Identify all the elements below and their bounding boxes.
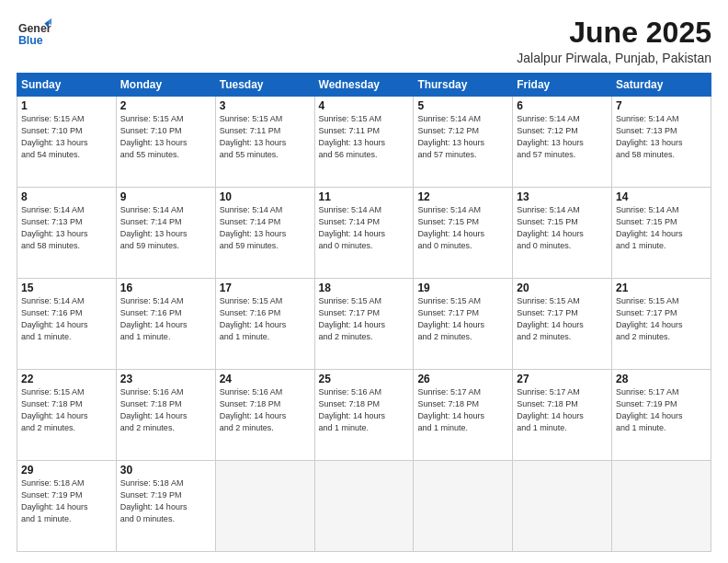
day-number: 11 [319, 190, 410, 203]
weekday-header-row: Sunday Monday Tuesday Wednesday Thursday… [17, 74, 711, 97]
day-number: 16 [120, 282, 211, 294]
calendar-week-row: 8Sunrise: 5:14 AM Sunset: 7:13 PM Daylig… [17, 188, 711, 279]
table-row: 26Sunrise: 5:17 AM Sunset: 7:18 PM Dayli… [414, 370, 513, 461]
day-number: 6 [517, 99, 608, 112]
day-number: 15 [21, 282, 112, 294]
table-row: 11Sunrise: 5:14 AM Sunset: 7:14 PM Dayli… [314, 188, 414, 279]
day-number: 9 [120, 190, 211, 203]
day-info: Sunrise: 5:16 AM Sunset: 7:18 PM Dayligh… [120, 386, 211, 434]
day-number: 1 [21, 99, 112, 112]
day-number: 10 [220, 190, 311, 203]
table-row [612, 461, 711, 552]
month-title: June 2025 [517, 17, 711, 49]
day-info: Sunrise: 5:15 AM Sunset: 7:10 PM Dayligh… [21, 113, 112, 161]
table-row: 9Sunrise: 5:14 AM Sunset: 7:14 PM Daylig… [116, 188, 215, 279]
table-row: 17Sunrise: 5:15 AM Sunset: 7:16 PM Dayli… [215, 279, 314, 370]
day-info: Sunrise: 5:15 AM Sunset: 7:18 PM Dayligh… [21, 386, 112, 434]
table-row: 8Sunrise: 5:14 AM Sunset: 7:13 PM Daylig… [17, 188, 117, 279]
day-info: Sunrise: 5:15 AM Sunset: 7:17 PM Dayligh… [616, 295, 707, 343]
day-info: Sunrise: 5:15 AM Sunset: 7:16 PM Dayligh… [220, 295, 311, 343]
table-row: 19Sunrise: 5:15 AM Sunset: 7:17 PM Dayli… [414, 279, 513, 370]
header-saturday: Saturday [612, 74, 711, 97]
location: Jalalpur Pirwala, Punjab, Pakistan [517, 51, 711, 65]
header-thursday: Thursday [414, 74, 513, 97]
header-tuesday: Tuesday [215, 74, 314, 97]
table-row: 29Sunrise: 5:18 AM Sunset: 7:19 PM Dayli… [17, 461, 117, 552]
table-row: 21Sunrise: 5:15 AM Sunset: 7:17 PM Dayli… [612, 279, 711, 370]
table-row [314, 461, 414, 552]
day-number: 14 [616, 190, 707, 203]
general-blue-logo-icon: General Blue [17, 17, 51, 52]
day-number: 23 [120, 373, 211, 385]
day-info: Sunrise: 5:17 AM Sunset: 7:19 PM Dayligh… [616, 386, 707, 434]
day-number: 28 [616, 373, 707, 385]
header-friday: Friday [513, 74, 612, 97]
day-number: 2 [120, 99, 211, 112]
day-info: Sunrise: 5:17 AM Sunset: 7:18 PM Dayligh… [517, 386, 608, 434]
day-number: 3 [220, 99, 311, 112]
table-row: 16Sunrise: 5:14 AM Sunset: 7:16 PM Dayli… [116, 279, 215, 370]
table-row: 13Sunrise: 5:14 AM Sunset: 7:15 PM Dayli… [513, 188, 612, 279]
day-number: 5 [417, 99, 508, 112]
day-info: Sunrise: 5:14 AM Sunset: 7:14 PM Dayligh… [120, 204, 211, 252]
day-number: 24 [220, 373, 311, 385]
day-info: Sunrise: 5:15 AM Sunset: 7:10 PM Dayligh… [120, 113, 211, 161]
day-number: 7 [616, 99, 707, 112]
day-info: Sunrise: 5:14 AM Sunset: 7:15 PM Dayligh… [417, 204, 508, 252]
table-row: 27Sunrise: 5:17 AM Sunset: 7:18 PM Dayli… [513, 370, 612, 461]
day-info: Sunrise: 5:16 AM Sunset: 7:18 PM Dayligh… [319, 386, 410, 434]
day-number: 22 [21, 373, 112, 385]
day-info: Sunrise: 5:14 AM Sunset: 7:12 PM Dayligh… [517, 113, 608, 161]
table-row: 1Sunrise: 5:15 AM Sunset: 7:10 PM Daylig… [17, 97, 117, 188]
day-number: 8 [21, 190, 112, 203]
day-info: Sunrise: 5:17 AM Sunset: 7:18 PM Dayligh… [417, 386, 508, 434]
day-info: Sunrise: 5:18 AM Sunset: 7:19 PM Dayligh… [21, 477, 112, 525]
calendar-week-row: 1Sunrise: 5:15 AM Sunset: 7:10 PM Daylig… [17, 97, 711, 188]
day-info: Sunrise: 5:18 AM Sunset: 7:19 PM Dayligh… [120, 477, 211, 525]
table-row: 7Sunrise: 5:14 AM Sunset: 7:13 PM Daylig… [612, 97, 711, 188]
day-number: 30 [120, 464, 211, 477]
logo: General Blue [17, 17, 51, 52]
header-monday: Monday [116, 74, 215, 97]
title-block: June 2025 Jalalpur Pirwala, Punjab, Paki… [517, 17, 711, 65]
table-row: 15Sunrise: 5:14 AM Sunset: 7:16 PM Dayli… [17, 279, 117, 370]
day-info: Sunrise: 5:15 AM Sunset: 7:11 PM Dayligh… [220, 113, 311, 161]
day-number: 20 [517, 282, 608, 294]
table-row: 4Sunrise: 5:15 AM Sunset: 7:11 PM Daylig… [314, 97, 414, 188]
day-info: Sunrise: 5:14 AM Sunset: 7:15 PM Dayligh… [616, 204, 707, 252]
svg-text:Blue: Blue [18, 34, 43, 47]
day-number: 4 [319, 99, 410, 112]
day-info: Sunrise: 5:14 AM Sunset: 7:16 PM Dayligh… [21, 295, 112, 343]
table-row: 28Sunrise: 5:17 AM Sunset: 7:19 PM Dayli… [612, 370, 711, 461]
table-row: 20Sunrise: 5:15 AM Sunset: 7:17 PM Dayli… [513, 279, 612, 370]
calendar-week-row: 15Sunrise: 5:14 AM Sunset: 7:16 PM Dayli… [17, 279, 711, 370]
day-number: 19 [417, 282, 508, 294]
day-info: Sunrise: 5:15 AM Sunset: 7:17 PM Dayligh… [517, 295, 608, 343]
day-info: Sunrise: 5:14 AM Sunset: 7:13 PM Dayligh… [21, 204, 112, 252]
page: General Blue June 2025 Jalalpur Pirwala,… [0, 0, 728, 563]
day-info: Sunrise: 5:16 AM Sunset: 7:18 PM Dayligh… [220, 386, 311, 434]
day-info: Sunrise: 5:14 AM Sunset: 7:14 PM Dayligh… [220, 204, 311, 252]
table-row: 30Sunrise: 5:18 AM Sunset: 7:19 PM Dayli… [116, 461, 215, 552]
calendar-week-row: 22Sunrise: 5:15 AM Sunset: 7:18 PM Dayli… [17, 370, 711, 461]
table-row: 24Sunrise: 5:16 AM Sunset: 7:18 PM Dayli… [215, 370, 314, 461]
table-row: 6Sunrise: 5:14 AM Sunset: 7:12 PM Daylig… [513, 97, 612, 188]
day-info: Sunrise: 5:14 AM Sunset: 7:15 PM Dayligh… [517, 204, 608, 252]
day-number: 27 [517, 373, 608, 385]
day-info: Sunrise: 5:14 AM Sunset: 7:13 PM Dayligh… [616, 113, 707, 161]
table-row [215, 461, 314, 552]
day-number: 17 [220, 282, 311, 294]
calendar-week-row: 29Sunrise: 5:18 AM Sunset: 7:19 PM Dayli… [17, 461, 711, 552]
calendar: Sunday Monday Tuesday Wednesday Thursday… [17, 73, 711, 552]
table-row: 18Sunrise: 5:15 AM Sunset: 7:17 PM Dayli… [314, 279, 414, 370]
day-info: Sunrise: 5:15 AM Sunset: 7:11 PM Dayligh… [319, 113, 410, 161]
table-row: 5Sunrise: 5:14 AM Sunset: 7:12 PM Daylig… [414, 97, 513, 188]
day-number: 13 [517, 190, 608, 203]
day-number: 18 [319, 282, 410, 294]
table-row [414, 461, 513, 552]
table-row: 25Sunrise: 5:16 AM Sunset: 7:18 PM Dayli… [314, 370, 414, 461]
day-number: 29 [21, 464, 112, 477]
day-number: 25 [319, 373, 410, 385]
table-row: 22Sunrise: 5:15 AM Sunset: 7:18 PM Dayli… [17, 370, 117, 461]
table-row: 3Sunrise: 5:15 AM Sunset: 7:11 PM Daylig… [215, 97, 314, 188]
